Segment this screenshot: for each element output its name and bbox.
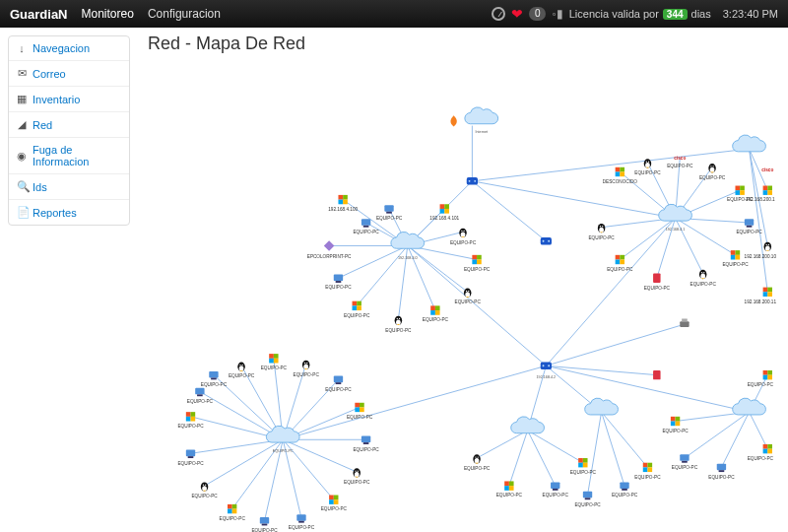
node-host[interactable]: EQUIPO-PC <box>699 164 726 180</box>
alert-count-badge[interactable]: 0 <box>529 7 547 21</box>
node-host[interactable]: EQUIPO-PC <box>325 376 352 392</box>
node-host[interactable]: EQUIPO-PC <box>690 270 717 287</box>
svg-line-32 <box>357 245 408 305</box>
node-host[interactable]: EQUIPO-PC <box>344 468 370 485</box>
license-suffix: dias <box>691 8 711 20</box>
node-cisco[interactable] <box>761 167 773 172</box>
svg-text:EPCOLORPRINT-PC: EPCOLORPRINT-PC <box>307 254 352 259</box>
node-host[interactable]: 192.168.4.101 <box>429 204 459 221</box>
node-host[interactable]: EQUIPO-PC <box>376 205 403 221</box>
node-host[interactable] <box>653 370 660 379</box>
node-host[interactable] <box>680 318 689 326</box>
node-host[interactable]: EQUIPO-PC <box>177 412 204 429</box>
svg-line-36 <box>283 366 546 439</box>
clock: 3:23:40 PM <box>723 8 778 20</box>
node-host[interactable]: EQUIPO-PC <box>450 229 477 245</box>
node-host[interactable]: EQUIPO-PC <box>321 496 348 512</box>
node-host[interactable]: EQUIPO-PC <box>353 436 379 452</box>
sidebar-item-red[interactable]: ◢ Red <box>9 112 129 138</box>
node-host[interactable]: EQUIPO-PC <box>229 363 255 379</box>
svg-text:EQUIPO-PC: EQUIPO-PC <box>722 262 749 267</box>
node-firewall[interactable] <box>450 115 456 126</box>
sidebar-item-fuga[interactable]: ◉ Fuga de Informacion <box>9 138 129 174</box>
node-host[interactable]: EQUIPO-PC <box>187 388 214 404</box>
svg-text:EQUIPO-PC: EQUIPO-PC <box>229 373 255 378</box>
node-host[interactable]: EQUIPO-PC <box>423 305 449 322</box>
node-unknown[interactable]: EPCOLORPRINT-PC <box>307 240 352 258</box>
node-host[interactable]: EQUIPO-PC <box>385 316 412 333</box>
sidebar-item-correo[interactable]: ✉ Correo <box>9 61 129 87</box>
node-host[interactable]: 192.168.200.1 <box>746 186 775 203</box>
node-internet[interactable]: Internet <box>465 107 498 134</box>
node-host[interactable]: EQUIPO-PC <box>289 514 315 530</box>
svg-text:192.168.4.1: 192.168.4.1 <box>666 228 686 232</box>
svg-text:EQUIPO-PC: EQUIPO-PC <box>690 282 717 287</box>
sidebar-item-navegacion[interactable]: ↓ Navegacion <box>9 36 129 61</box>
node-host[interactable]: EQUIPO-PC <box>748 370 774 387</box>
node-host[interactable]: EQUIPO-PC <box>201 371 228 387</box>
svg-text:EQUIPO-PC: EQUIPO-PC <box>344 480 370 485</box>
svg-text:EQUIPO-PC: EQUIPO-PC <box>588 235 615 240</box>
node-host[interactable]: EQUIPO-PC <box>634 463 661 480</box>
network-map[interactable]: cisco <box>138 61 788 532</box>
node-host[interactable]: 192.168.200.10 <box>745 242 777 259</box>
node-host[interactable]: EQUIPO-PC <box>662 417 689 433</box>
node-host[interactable]: EQUIPO-PC <box>496 481 523 498</box>
node-host[interactable]: EQUIPO-PC <box>191 482 218 499</box>
network-map-svg[interactable]: cisco <box>138 61 788 532</box>
heart-icon[interactable]: ❤ <box>511 6 523 22</box>
svg-text:EQUIPO-PC: EQUIPO-PC <box>353 230 379 234</box>
svg-text:EQUIPO-PC: EQUIPO-PC <box>251 528 278 532</box>
node-host[interactable]: EQUIPO-PC <box>464 454 491 471</box>
svg-line-70 <box>283 439 334 499</box>
svg-text:EQUIPO-PC: EQUIPO-PC <box>574 502 601 507</box>
svg-text:192.168.4.101: 192.168.4.101 <box>429 216 459 221</box>
nav-monitoreo[interactable]: Monitoreo <box>82 7 134 21</box>
svg-text:EQUIPO-PC: EQUIPO-PC <box>261 366 288 370</box>
sidebar-item-label: Ids <box>33 181 47 193</box>
sidebar-item-label: Red <box>33 119 52 131</box>
node-host[interactable]: EQUIPO-PC <box>325 275 352 291</box>
node-subnet-e[interactable] <box>511 417 545 433</box>
node-core-router[interactable] <box>467 177 478 184</box>
node-host[interactable]: EQUIPO-PC <box>455 289 482 305</box>
node-host[interactable]: EQUIPO-PC <box>748 444 774 461</box>
node-host[interactable]: EQUIPO-PC <box>251 517 278 532</box>
svg-text:EQUIPO-PC: EQUIPO-PC <box>376 216 403 221</box>
sidebar-item-reportes[interactable]: 📄 Reportes <box>9 200 129 225</box>
node-subnet-d[interactable] <box>733 398 766 415</box>
nav-configuracion[interactable]: Configuracion <box>148 7 221 21</box>
svg-text:EQUIPO-PC: EQUIPO-PC <box>570 470 597 475</box>
svg-text:EQUIPO-PC: EQUIPO-PC <box>321 506 348 511</box>
node-host[interactable]: EQUIPO-PC <box>294 361 320 377</box>
node-host[interactable]: EQUIPO-PC <box>220 504 246 521</box>
node-host[interactable]: EQUIPO-PC <box>574 492 601 507</box>
sidebar-item-inventario[interactable]: ▦ Inventario <box>9 87 129 112</box>
network-icon: ◢ <box>17 118 27 131</box>
node-host[interactable]: 192.168.4.100 <box>328 195 358 212</box>
node-host[interactable]: DESCONOCIDO <box>603 167 638 184</box>
top-navbar: GuardiaN Monitoreo Configuracion ❤ 0 ◦▮ … <box>0 0 788 28</box>
node-subnet-f[interactable] <box>585 398 619 415</box>
node-host[interactable]: EQUIPO-PC <box>261 354 288 370</box>
node-host[interactable]: EQUIPO-PC <box>612 482 638 498</box>
node-host[interactable]: EQUIPO-PC <box>353 219 379 234</box>
svg-line-74 <box>205 439 284 486</box>
node-host[interactable]: EQUIPO-PC <box>607 255 633 272</box>
node-host[interactable]: EQUIPO-PC <box>708 464 735 480</box>
node-host[interactable]: EQUIPO-PC <box>543 482 569 498</box>
node-host[interactable]: EQUIPO-PC <box>644 274 671 292</box>
node-host[interactable]: 192.168.200.11 <box>745 288 777 304</box>
svg-text:EQUIPO-PC: EQUIPO-PC <box>423 317 449 322</box>
node-router[interactable] <box>541 237 552 244</box>
svg-text:EQUIPO-PC: EQUIPO-PC <box>191 494 218 499</box>
sidebar-item-ids[interactable]: 🔍 Ids <box>9 174 129 200</box>
node-host[interactable]: EQUIPO-PC <box>344 301 370 318</box>
node-subnet-g[interactable]: EQUIPO-PC <box>266 426 299 453</box>
node-host[interactable]: EQUIPO-PC <box>672 454 698 470</box>
gauge-icon[interactable] <box>492 7 505 21</box>
brand[interactable]: GuardiaN <box>10 7 68 22</box>
svg-text:EQUIPO-PC: EQUIPO-PC <box>607 267 633 272</box>
svg-text:EQUIPO-PC: EQUIPO-PC <box>344 313 370 318</box>
node-subnet-c[interactable] <box>733 135 766 152</box>
